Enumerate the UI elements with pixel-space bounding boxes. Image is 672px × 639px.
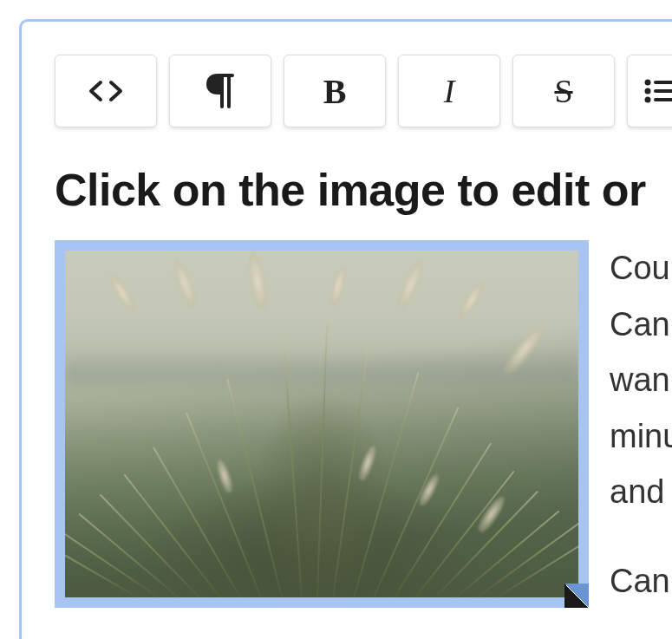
- body-line: Can y: [610, 553, 672, 610]
- svg-point-0: [644, 80, 650, 86]
- body-line: and u: [610, 464, 672, 520]
- italic-button[interactable]: I: [398, 55, 500, 127]
- content-image[interactable]: [65, 251, 578, 597]
- body-line: wann: [610, 352, 672, 408]
- body-line: minu: [610, 408, 672, 465]
- svg-point-4: [644, 97, 650, 103]
- resize-se-icon: [563, 582, 592, 611]
- paragraph-button[interactable]: [169, 55, 271, 127]
- unordered-list-button[interactable]: [627, 55, 672, 127]
- content-heading[interactable]: Click on the image to edit or: [55, 164, 672, 216]
- strikethrough-icon: S: [554, 72, 572, 110]
- selected-image-frame[interactable]: [55, 240, 589, 608]
- image-resize-handle-se[interactable]: [563, 582, 592, 611]
- list-icon: [643, 78, 673, 104]
- formatting-toolbar: B I S: [55, 55, 672, 127]
- editor-container: B I S Click on the image to edit or: [19, 19, 672, 639]
- body-paragraph[interactable]: Could Can v wann minu and u Can y: [610, 240, 672, 610]
- pilcrow-icon: [206, 74, 234, 108]
- bold-icon: B: [323, 71, 347, 112]
- italic-icon: I: [444, 72, 455, 110]
- code-view-button[interactable]: [55, 55, 157, 127]
- svg-point-2: [644, 88, 650, 95]
- code-icon: [88, 79, 124, 103]
- body-line: Can v: [610, 297, 672, 353]
- body-line: Could: [610, 240, 672, 297]
- strikethrough-button[interactable]: S: [512, 55, 615, 127]
- bold-button[interactable]: B: [284, 55, 386, 127]
- content-body: Could Can v wann minu and u Can y: [55, 240, 672, 610]
